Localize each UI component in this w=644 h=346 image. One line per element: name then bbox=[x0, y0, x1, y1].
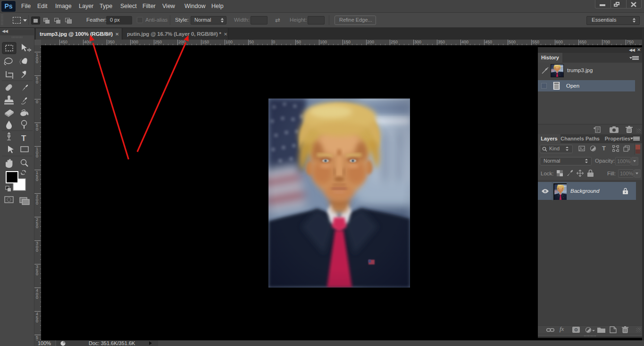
svg-text:T: T bbox=[21, 134, 26, 143]
